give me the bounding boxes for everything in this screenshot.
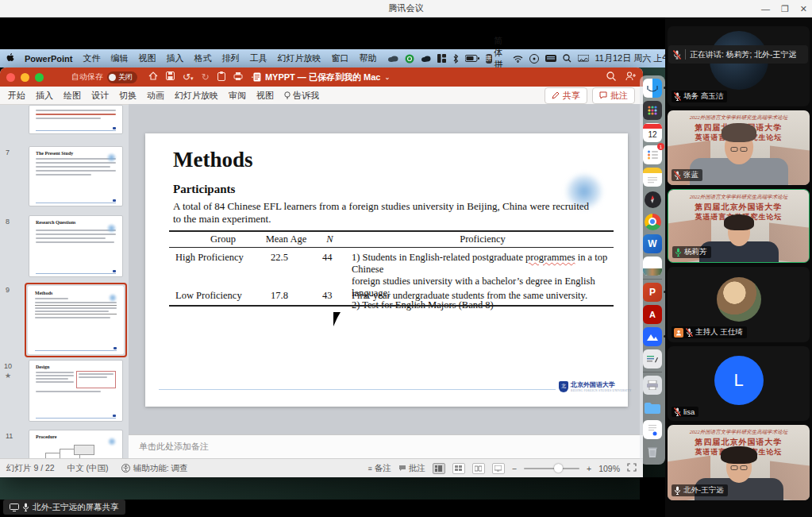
dark-cloud-icon[interactable] bbox=[421, 55, 431, 62]
preview-icon[interactable] bbox=[643, 257, 662, 276]
thumbnail-slide-11[interactable]: Procedure bbox=[29, 430, 123, 458]
fit-to-window-button[interactable] bbox=[627, 463, 637, 473]
tencent-meeting-icon[interactable] bbox=[643, 327, 662, 346]
notes-icon[interactable] bbox=[643, 168, 662, 187]
text-editor-icon[interactable] bbox=[643, 349, 662, 368]
save-icon[interactable] bbox=[166, 71, 175, 83]
video-tile-lisa[interactable]: L lisa bbox=[668, 346, 810, 421]
cloud-icon[interactable] bbox=[387, 55, 398, 62]
thumbnail-slide-10[interactable]: Design bbox=[29, 360, 123, 422]
share-button[interactable]: 共享 bbox=[545, 87, 587, 104]
green-app-icon[interactable] bbox=[405, 54, 414, 64]
tab-design[interactable]: 设计 bbox=[91, 90, 109, 102]
tab-draw[interactable]: 绘图 bbox=[63, 90, 81, 102]
ppt-search-icon[interactable] bbox=[606, 70, 616, 84]
speaker-notes-area[interactable]: 单击此处添加备注 bbox=[129, 434, 643, 458]
thumbnail-slide-7[interactable]: The Present Study bbox=[29, 146, 123, 206]
accessibility-icon bbox=[121, 464, 130, 473]
redo-icon[interactable]: ↻ bbox=[202, 71, 210, 83]
zoom-out-button[interactable]: − bbox=[512, 464, 517, 473]
folder-icon[interactable] bbox=[643, 398, 662, 417]
menu-window[interactable]: 窗口 bbox=[332, 52, 349, 64]
screen-mirroring-icon[interactable] bbox=[578, 55, 589, 63]
apple-icon[interactable] bbox=[6, 53, 14, 64]
home-icon[interactable] bbox=[148, 71, 158, 83]
tab-view[interactable]: 视图 bbox=[256, 90, 274, 102]
control-center-icon[interactable] bbox=[529, 54, 539, 64]
tab-transitions[interactable]: 切换 bbox=[119, 90, 137, 102]
menu-edit[interactable]: 编辑 bbox=[111, 52, 129, 64]
mac-minimize-button[interactable] bbox=[21, 73, 29, 82]
status-slide-count: 幻灯片 9 / 22 bbox=[6, 463, 55, 474]
video-tile-zhanglan[interactable]: 2022外国语言文学学科研究生高端学术论坛 第四届北京外国语大学 英语语言文学研… bbox=[668, 110, 810, 185]
autosave-toggle[interactable]: 关闭 bbox=[107, 71, 137, 83]
menu-file[interactable]: 文件 bbox=[83, 52, 101, 64]
video-tile-yanglifang-speaking[interactable]: 2022外国语言文学学科研究生高端学术论坛 第四届北京外国语大学 英语语言文学研… bbox=[668, 189, 810, 263]
window-tiles-icon[interactable] bbox=[437, 54, 446, 63]
printer-icon[interactable] bbox=[643, 376, 662, 395]
launchpad-icon[interactable] bbox=[643, 101, 662, 120]
menu-help[interactable]: 帮助 bbox=[360, 52, 377, 64]
notes-toggle-button[interactable]: ≡备注 bbox=[368, 463, 391, 474]
slide-sorter-view-button[interactable] bbox=[452, 463, 465, 474]
search-icon[interactable] bbox=[563, 54, 571, 63]
status-accessibility[interactable]: 辅助功能: 调查 bbox=[121, 463, 188, 474]
menu-slideshow[interactable]: 幻灯片放映 bbox=[278, 52, 321, 64]
menu-arrange[interactable]: 排列 bbox=[222, 52, 240, 64]
tab-slideshow[interactable]: 幻灯片放映 bbox=[175, 90, 218, 102]
tab-animations[interactable]: 动画 bbox=[147, 90, 164, 102]
current-slide[interactable]: Methods Participants A total of 84 Chine… bbox=[145, 133, 628, 407]
powerpoint-icon[interactable]: P bbox=[643, 283, 662, 302]
close-button[interactable]: ✕ bbox=[800, 4, 807, 14]
ppt-doc-title[interactable]: MYPPT — 已保存到我的 Mac bbox=[265, 71, 380, 83]
tab-tell-me[interactable]: 告诉我 bbox=[284, 90, 319, 102]
video-tile-gaoyujie[interactable]: 场务 高玉洁 bbox=[668, 26, 810, 106]
tab-home[interactable]: 开始 bbox=[8, 90, 25, 102]
word-icon[interactable]: W bbox=[643, 234, 662, 253]
normal-view-button[interactable] bbox=[433, 463, 445, 474]
thumbnail-slide-8[interactable]: Research Questions bbox=[29, 215, 123, 277]
video-tile-wangningyuan[interactable]: 2022外国语言文学学科研究生高端学术论坛 第四届北京外国语大学 英语语言文学研… bbox=[668, 425, 810, 500]
bluetooth-icon[interactable] bbox=[452, 54, 459, 64]
comments-toggle-button[interactable]: 批注 bbox=[398, 463, 425, 474]
thumbnail-slide-9-selected[interactable]: Methods bbox=[28, 286, 124, 354]
safari-icon[interactable] bbox=[643, 190, 662, 209]
mac-close-button[interactable] bbox=[6, 73, 15, 82]
print-icon[interactable] bbox=[233, 71, 243, 83]
tab-review[interactable]: 审阅 bbox=[229, 90, 246, 102]
keyboard-icon[interactable] bbox=[545, 55, 556, 62]
comments-button[interactable]: 批注 bbox=[592, 87, 635, 104]
menu-format[interactable]: 格式 bbox=[194, 52, 212, 64]
video-tile-host-wangshiqi[interactable]: 主持人 王仕琦 bbox=[668, 267, 810, 342]
chrome-icon[interactable] bbox=[643, 212, 662, 231]
battery-icon[interactable] bbox=[465, 55, 479, 62]
thumbnail-slide-6-partial[interactable] bbox=[29, 105, 123, 134]
status-language[interactable]: 中文 (中国) bbox=[67, 463, 109, 474]
reading-view-button[interactable] bbox=[472, 463, 485, 474]
finder-icon[interactable] bbox=[643, 79, 662, 98]
zoom-in-button[interactable]: + bbox=[587, 464, 591, 473]
clipboard-icon[interactable] bbox=[217, 71, 225, 83]
menu-tools[interactable]: 工具 bbox=[250, 52, 267, 64]
tab-insert[interactable]: 插入 bbox=[36, 90, 53, 102]
zoom-percentage[interactable]: 109% bbox=[598, 464, 620, 473]
menu-insert[interactable]: 插入 bbox=[167, 52, 184, 64]
participant-name: lisa bbox=[683, 407, 695, 416]
minimize-button[interactable]: — bbox=[761, 4, 770, 14]
title-chevron-icon[interactable]: ⌄ bbox=[384, 74, 390, 81]
documents-icon[interactable] bbox=[643, 420, 662, 439]
reminders-icon[interactable]: 1 bbox=[643, 145, 662, 164]
wifi-icon[interactable] bbox=[513, 55, 523, 63]
slideshow-view-button[interactable] bbox=[492, 463, 505, 474]
share-user-icon[interactable] bbox=[625, 70, 637, 84]
calendar-icon[interactable]: 12 bbox=[643, 123, 662, 142]
zoom-slider[interactable] bbox=[524, 468, 579, 469]
acrobat-icon[interactable]: A bbox=[643, 305, 662, 324]
zoom-slider-knob[interactable] bbox=[554, 464, 563, 473]
mac-zoom-button[interactable] bbox=[35, 73, 44, 82]
menu-app-name[interactable]: PowerPoint bbox=[25, 54, 73, 64]
menu-view[interactable]: 视图 bbox=[139, 52, 156, 64]
trash-icon[interactable] bbox=[643, 442, 662, 461]
restore-button[interactable]: ❐ bbox=[781, 4, 789, 14]
undo-icon[interactable]: ↺▾ bbox=[183, 71, 194, 83]
